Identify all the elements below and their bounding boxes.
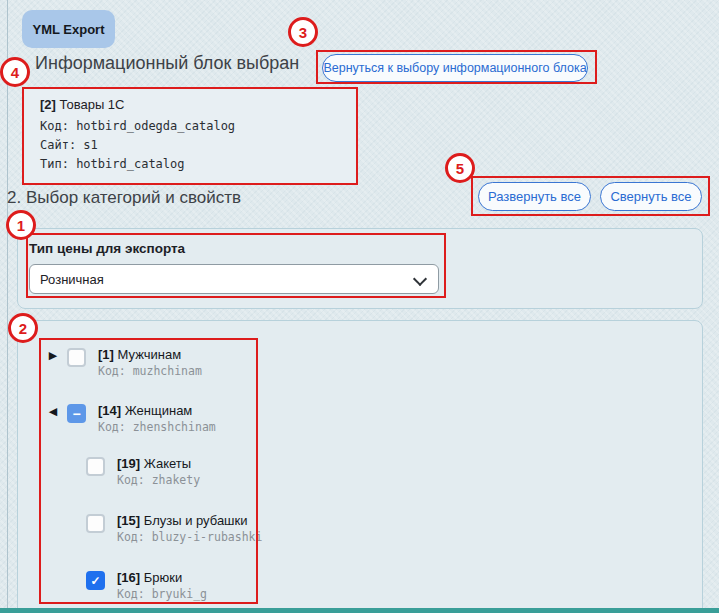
code-label: Код: <box>98 364 126 378</box>
category-name: Брюки <box>144 570 182 585</box>
price-type-panel: Тип цены для экспорта Розничная <box>17 228 703 309</box>
expand-collapsed-icon[interactable]: ▶ <box>46 349 60 362</box>
checkbox-checked[interactable]: ✓ <box>86 571 105 590</box>
category-name: Мужчинам <box>118 347 182 362</box>
tree-item: [15] Блузы и рубашки Код: bluzy-i-rubash… <box>0 513 280 555</box>
code-label: Код: <box>117 587 145 601</box>
price-type-select[interactable]: Розничная <box>29 264 439 294</box>
category-id: [16] <box>117 570 140 585</box>
annotation-badge-3: 3 <box>288 17 318 47</box>
tab-yml-export[interactable]: YML Export <box>22 10 115 48</box>
code-value: zhakety <box>152 473 200 487</box>
chevron-down-icon <box>413 272 427 286</box>
back-to-iblock-button[interactable]: Вернуться к выбору информационного блока <box>322 54 588 82</box>
category-name: Блузы и рубашки <box>144 513 248 528</box>
iblock-code-row: Код: hotbird_odegda_catalog <box>40 119 235 133</box>
iblock-title: [2] Товары 1С <box>40 97 124 112</box>
iblock-type-row: Тип: hotbird_catalog <box>40 157 185 171</box>
category-id: [15] <box>117 513 140 528</box>
tree-item: ✓ [16] Брюки Код: bryuki_g <box>0 570 280 612</box>
tree-item: [19] Жакеты Код: zhakety <box>0 456 280 498</box>
collapse-all-button[interactable]: Свернуть все <box>600 182 702 211</box>
code-label: Код: <box>98 420 126 434</box>
checkbox-unchecked[interactable] <box>67 348 86 367</box>
annotation-badge-5: 5 <box>445 153 475 183</box>
collapse-expanded-icon[interactable]: ◀ <box>46 405 60 418</box>
iblock-name: Товары 1С <box>60 97 125 112</box>
checkbox-unchecked[interactable] <box>86 514 105 533</box>
code-value: bluzy-i-rubashki <box>152 530 263 544</box>
price-type-label: Тип цены для экспорта <box>29 241 185 256</box>
category-id: [19] <box>117 456 140 471</box>
tab-label: YML Export <box>33 22 105 37</box>
price-type-selected-option: Розничная <box>40 272 104 287</box>
iblock-info-box: [2] Товары 1С Код: hotbird_odegda_catalo… <box>22 88 358 185</box>
minus-icon: − <box>72 407 80 421</box>
tree-item: ▶ [1] Мужчинам Код: muzhchinam <box>0 347 280 389</box>
code-value: zhenshchinam <box>133 420 216 434</box>
category-id: [14] <box>98 403 121 418</box>
iblock-site-row: Сайт: s1 <box>40 138 98 152</box>
annotation-badge-4: 4 <box>0 57 30 87</box>
check-icon: ✓ <box>90 575 100 587</box>
yml-export-screen: YML Export Информационный блок выбран Ве… <box>0 0 719 613</box>
section-title: 2. Выбор категорий и свойств <box>7 188 241 208</box>
expand-all-button[interactable]: Развернуть все <box>478 182 591 211</box>
code-label: Код: <box>117 473 145 487</box>
code-label: Код: <box>117 530 145 544</box>
category-id: [1] <box>98 347 114 362</box>
checkbox-unchecked[interactable] <box>86 457 105 476</box>
category-name: Жакеты <box>144 456 191 471</box>
code-value: muzhchinam <box>133 364 202 378</box>
category-name: Женщинам <box>125 403 193 418</box>
code-value: bryuki_g <box>152 587 207 601</box>
tree-item: ◀ − [14] Женщинам Код: zhenshchinam <box>0 403 280 445</box>
iblock-id: [2] <box>40 97 56 112</box>
bottom-edge-bar <box>0 608 719 613</box>
checkbox-indeterminate[interactable]: − <box>67 404 86 423</box>
page-title: Информационный блок выбран <box>35 53 299 74</box>
